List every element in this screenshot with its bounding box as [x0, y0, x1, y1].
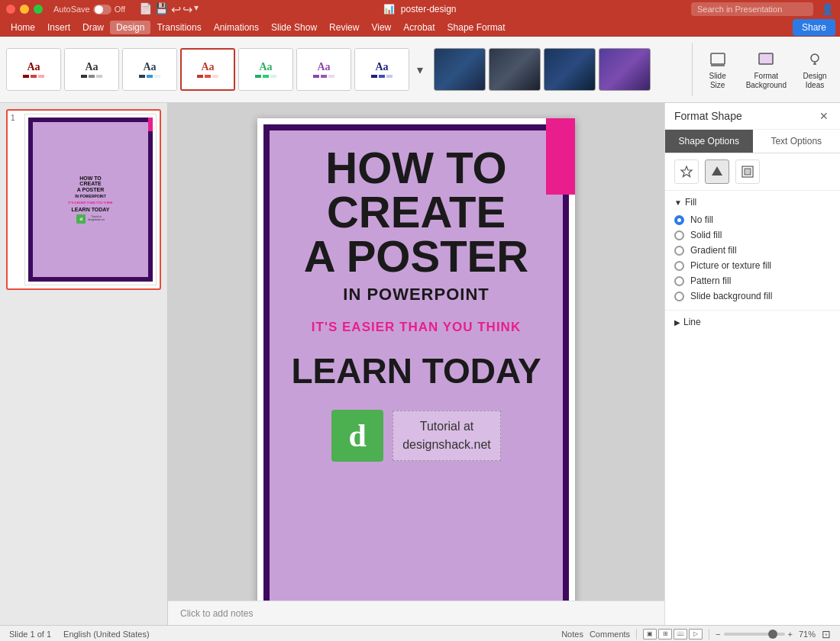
line-section-header[interactable]: ▶ Line — [674, 317, 831, 327]
design-ideas-button[interactable]: DesignIdeas — [796, 46, 834, 93]
fill-section-header[interactable]: ▼ Fill — [674, 197, 831, 208]
menu-home[interactable]: Home — [5, 21, 41, 34]
slide-size-label: SlideSize — [709, 72, 726, 90]
menubar: Home Insert Draw Design Transitions Anim… — [0, 18, 840, 37]
statusbar-separator — [636, 629, 637, 639]
share-button[interactable]: Share — [793, 19, 835, 36]
fill-section-title: Fill — [685, 197, 696, 208]
autosave-area: AutoSave Off — [53, 5, 125, 14]
slide-number: 1 — [11, 114, 21, 285]
format-background-icon — [755, 49, 777, 70]
menu-insert[interactable]: Insert — [41, 21, 76, 34]
fit-to-window-button[interactable]: ⊡ — [822, 628, 831, 640]
format-panel-close-button[interactable]: ✕ — [817, 109, 831, 123]
fill-color-icon-button[interactable] — [705, 159, 729, 184]
redo-icon[interactable]: ↪ — [183, 2, 192, 17]
fill-option-slide-bg[interactable]: Slide background fill — [674, 288, 831, 304]
size-position-icon-button[interactable] — [735, 159, 760, 184]
canvas-area: HOW TO CREATE A POSTER IN POWERPOINT IT'… — [168, 103, 664, 625]
slide-bg-fill-radio[interactable] — [674, 292, 684, 301]
poster-bottom: d Tutorial at designshack.net — [331, 410, 501, 462]
ribbon: Aa Aa — [0, 37, 840, 103]
picture-texture-fill-radio[interactable] — [674, 261, 684, 271]
pattern-fill-radio[interactable] — [674, 276, 684, 286]
line-section: ▶ Line — [665, 310, 840, 333]
themes-more-button[interactable]: ▾ — [412, 63, 428, 77]
fill-option-no-fill[interactable]: No fill — [674, 212, 831, 227]
effects-icon-button[interactable] — [674, 159, 699, 184]
slide-size-icon — [707, 49, 729, 70]
autosave-label: AutoSave — [53, 5, 90, 14]
menu-view[interactable]: View — [365, 21, 397, 34]
solid-fill-radio[interactable] — [674, 230, 684, 240]
slide-thumbnail-1[interactable]: 1 HOW TOCREATEA POSTER IN POWERPOINT IT'… — [6, 109, 161, 290]
zoom-control: − + 71% — [716, 630, 816, 639]
line-arrow-icon: ▶ — [674, 318, 680, 327]
file-icon[interactable]: 📄 — [139, 2, 152, 17]
fill-option-gradient[interactable]: Gradient fill — [674, 243, 831, 258]
minimize-button[interactable] — [20, 5, 29, 14]
normal-view-button[interactable]: ▣ — [643, 629, 657, 639]
menu-shape-format[interactable]: Shape Format — [441, 21, 512, 34]
tab-text-options[interactable]: Text Options — [753, 130, 841, 153]
notes-placeholder: Click to add notes — [180, 608, 253, 619]
maximize-button[interactable] — [34, 5, 43, 14]
svg-point-4 — [811, 54, 819, 62]
menu-review[interactable]: Review — [323, 21, 365, 34]
menu-acrobat[interactable]: Acrobat — [397, 21, 441, 34]
menu-animations[interactable]: Animations — [208, 21, 265, 34]
menu-design[interactable]: Design — [110, 21, 150, 34]
theme-thumb-5[interactable]: Aa — [238, 48, 293, 91]
poster-tutorial-text: Tutorial at designshack.net — [402, 417, 491, 454]
more-icon[interactable]: ▾ — [194, 2, 199, 17]
presenter-view-button[interactable]: ▷ — [689, 629, 703, 639]
zoom-in-button[interactable]: + — [788, 630, 793, 639]
fill-option-solid[interactable]: Solid fill — [674, 227, 831, 243]
slide-sorter-button[interactable]: ⊞ — [658, 629, 672, 639]
design-ideas-icon — [804, 49, 825, 70]
view-buttons: ▣ ⊞ 📖 ▷ — [643, 629, 703, 639]
poster-tagline: IT'S EASIER THAN YOU THINK — [312, 320, 521, 335]
slide-size-button[interactable]: SlideSize — [699, 46, 737, 93]
poster-text-box[interactable]: Tutorial at designshack.net — [393, 411, 501, 461]
colored-theme-3[interactable] — [544, 48, 596, 91]
colored-theme-1[interactable] — [434, 48, 486, 91]
line-section-title: Line — [683, 317, 701, 327]
theme-thumb-6[interactable]: Aa — [296, 48, 351, 91]
language-info: English (United States) — [63, 630, 150, 639]
colored-theme-2[interactable] — [489, 48, 541, 91]
autosave-toggle[interactable] — [93, 5, 111, 14]
undo-icon[interactable]: ↩ — [171, 2, 181, 17]
menu-transitions[interactable]: Transitions — [150, 21, 207, 34]
fill-option-pattern[interactable]: Pattern fill — [674, 273, 831, 288]
comments-button[interactable]: Comments — [590, 630, 630, 639]
poster-cta: LEARN TODAY — [291, 350, 541, 391]
canvas-scroll[interactable]: HOW TO CREATE A POSTER IN POWERPOINT IT'… — [168, 103, 664, 601]
menu-slideshow[interactable]: Slide Show — [265, 21, 323, 34]
slide-panel: 1 HOW TOCREATEA POSTER IN POWERPOINT IT'… — [0, 103, 168, 625]
reading-view-button[interactable]: 📖 — [674, 629, 687, 639]
notes-bar[interactable]: Click to add notes — [168, 601, 664, 625]
no-fill-radio[interactable] — [674, 215, 684, 225]
colored-theme-4[interactable] — [599, 48, 651, 91]
theme-thumb-3[interactable]: Aa — [122, 48, 177, 91]
search-input[interactable] — [691, 2, 813, 16]
fill-option-picture-texture[interactable]: Picture or texture fill — [674, 258, 831, 273]
menu-draw[interactable]: Draw — [76, 21, 110, 34]
format-panel-header: Format Shape ✕ — [665, 103, 840, 130]
theme-thumb-4[interactable]: Aa — [180, 48, 235, 91]
statusbar-right: Notes Comments ▣ ⊞ 📖 ▷ − + 71% ⊡ — [561, 628, 831, 640]
gradient-fill-radio[interactable] — [674, 246, 684, 256]
save-icon[interactable]: 💾 — [155, 2, 168, 17]
ribbon-separator — [692, 43, 693, 96]
format-background-button[interactable]: FormatBackground — [740, 46, 793, 93]
tab-shape-options[interactable]: Shape Options — [665, 130, 753, 153]
zoom-out-button[interactable]: − — [716, 630, 720, 639]
theme-thumb-1[interactable]: Aa — [6, 48, 61, 91]
poster-inner: HOW TO CREATE A POSTER IN POWERPOINT IT'… — [270, 130, 563, 601]
theme-thumb-7[interactable]: Aa — [354, 48, 409, 91]
theme-thumb-2[interactable]: Aa — [64, 48, 119, 91]
notes-button[interactable]: Notes — [561, 630, 583, 639]
close-button[interactable] — [6, 5, 15, 14]
zoom-slider[interactable] — [724, 633, 785, 636]
